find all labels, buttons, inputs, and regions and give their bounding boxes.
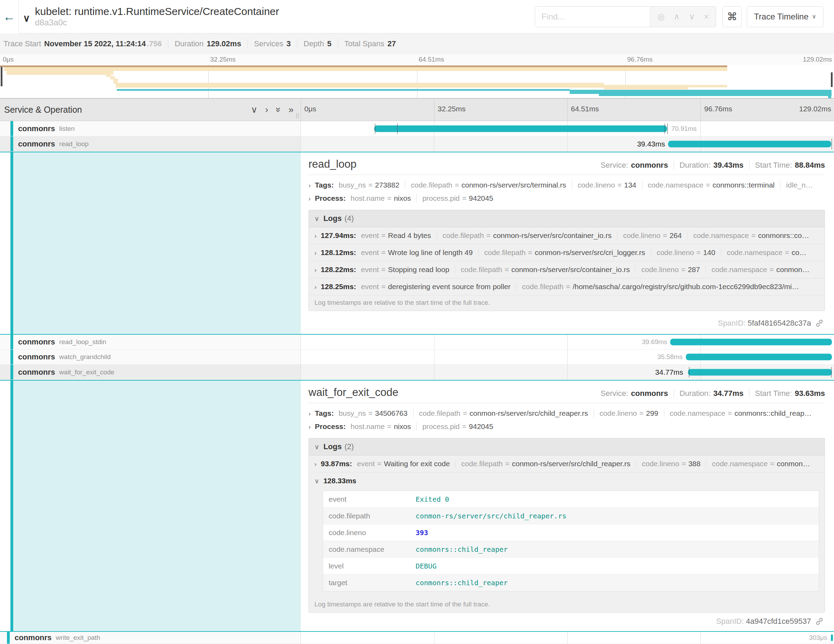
span-row-read-loop-stdin[interactable]: conmonrs read_loop_stdin 39.69ms: [0, 335, 834, 350]
log-entry[interactable]: › 128.22ms: event=Stopping read loop cod…: [309, 261, 824, 278]
span-duration-label: 35.58ms: [657, 353, 686, 361]
detail-start-time: 93.63ms: [795, 389, 825, 398]
minimap-tick: 129.02ms: [803, 56, 832, 63]
expand-icon: ›: [314, 232, 317, 240]
trace-view: ← ∨ kubelet: runtime.v1.RuntimeService/C…: [0, 0, 834, 644]
axis-tick: 129.02ms: [799, 105, 831, 113]
minimap-tick: 32.25ms: [210, 56, 236, 63]
span-row-watch-grandchild[interactable]: conmonrs watch_grandchild 35.58ms: [0, 350, 834, 365]
process-row[interactable]: › Process: host.name=nixos process.pid=9…: [309, 420, 825, 433]
operation-name: wait_for_exit_code: [59, 369, 114, 376]
command-icon: ⌘: [727, 11, 737, 22]
span-bar[interactable]: [668, 141, 831, 147]
expand-all-icon[interactable]: »: [289, 104, 294, 115]
span-detail-wait-for-exit-code: wait_for_exit_code Service:conmonrs Dura…: [0, 380, 834, 632]
trace-total-spans: Total Spans 27: [344, 39, 396, 49]
span-id-row: SpanID: 4a947cfd1ce59537: [309, 613, 825, 629]
trace-title-block: kubelet: runtime.v1.RuntimeService/Creat…: [35, 6, 279, 27]
tags-row[interactable]: › Tags: busy_ns=273882 code.filepath=con…: [309, 178, 825, 192]
logs-header[interactable]: ∨ Logs (4): [309, 210, 824, 227]
span-duration-label: 70.91ms: [668, 125, 697, 133]
span-row-listen[interactable]: conmonrs listen 70.91ms: [0, 121, 834, 136]
minimap[interactable]: [0, 65, 834, 99]
tags-row[interactable]: › Tags: busy_ns=34506763 code.filepath=c…: [309, 407, 825, 420]
span-id-row: SpanID: 5faf48165428c37a: [309, 314, 825, 330]
collapse-one-icon[interactable]: ∨: [251, 104, 257, 115]
span-row-wait-for-exit-code[interactable]: conmonrs wait_for_exit_code 34.77ms: [0, 365, 834, 380]
log-entry[interactable]: › 128.12ms: event=Wrote log line of leng…: [309, 244, 824, 261]
find-next-icon[interactable]: ∨: [689, 12, 695, 21]
logs-section: ∨ Logs (4) › 127.94ms: event=Read 4 byte…: [309, 210, 825, 311]
service-name: conmonrs: [18, 368, 55, 377]
span-detail-backdrop: [0, 380, 301, 631]
column-resizer-handle[interactable]: [296, 113, 298, 119]
operation-name: read_loop_stdin: [59, 338, 106, 346]
trace-id: d8a3a0c: [35, 18, 279, 28]
find-match-icon[interactable]: ◎: [657, 12, 664, 21]
span-bar[interactable]: [831, 634, 833, 641]
view-selector-button[interactable]: Trace Timeline ∨: [747, 6, 824, 27]
log-marker: [375, 123, 375, 134]
operation-name: write_exit_path: [56, 634, 100, 642]
log-marker: [831, 367, 832, 377]
span-bar[interactable]: [670, 339, 832, 345]
log-fields-table: event Exited 0 code.filepath conmon-rs/s…: [323, 490, 819, 591]
expand-icon: ›: [309, 195, 310, 202]
view-selector-label: Trace Timeline: [754, 12, 809, 21]
span-bar[interactable]: [686, 354, 832, 361]
collapse-all-icon[interactable]: »: [273, 107, 284, 112]
log-entry[interactable]: › 93.87ms: event=Waiting for exit code c…: [309, 455, 824, 472]
log-field-row: code.namespace conmonrs::child_reaper: [323, 541, 819, 558]
operation-name: read_loop: [59, 140, 89, 148]
trace-summary-bar: Trace Start November 15 2022, 11:24:14.7…: [0, 33, 834, 54]
link-icon[interactable]: [815, 617, 824, 626]
timeline-header-row: Service & Operation ∨ › » » 0μs 32.25ms …: [0, 99, 834, 121]
log-entry[interactable]: › 127.94ms: event=Read 4 bytes code.file…: [309, 227, 824, 244]
service-name: conmonrs: [15, 633, 52, 642]
find-controls: ◎ ∧ ∨ ×: [650, 6, 716, 27]
span-row-write-exit-path[interactable]: conmonrs write_exit_path 303μs: [0, 632, 834, 644]
chevron-down-icon: ∨: [812, 13, 816, 20]
top-bar: ← ∨ kubelet: runtime.v1.RuntimeService/C…: [0, 0, 834, 33]
expand-one-icon[interactable]: ›: [265, 104, 268, 115]
expand-icon: ›: [314, 460, 317, 468]
log-marker: [832, 139, 832, 149]
logs-header[interactable]: ∨ Logs (2): [309, 439, 824, 455]
find-clear-icon[interactable]: ×: [704, 12, 709, 21]
detail-duration: 39.43ms: [713, 161, 743, 170]
expand-icon: ›: [314, 283, 317, 291]
service-name: conmonrs: [18, 139, 55, 149]
service-operation-header: Service & Operation ∨ › » »: [0, 99, 301, 121]
span-duration-label: 39.43ms: [637, 140, 668, 148]
minimap-right-handle[interactable]: [831, 72, 832, 87]
log-entry-expanded[interactable]: ∨ 128.33ms: [309, 472, 824, 489]
span-detail-read-loop: read_loop Service:conmonrs Duration:39.4…: [0, 152, 834, 335]
trace-start: Trace Start November 15 2022, 11:24:14.7…: [3, 39, 162, 49]
axis-tick: 96.76ms: [704, 105, 732, 113]
back-button[interactable]: ←: [0, 0, 19, 33]
trace-collapse-icon[interactable]: ∨: [23, 13, 30, 24]
trace-title: kubelet: runtime.v1.RuntimeService/Creat…: [35, 6, 279, 18]
trace-duration: Duration 129.02ms: [175, 39, 241, 49]
span-row-read-loop[interactable]: conmonrs read_loop 39.43ms: [0, 136, 834, 152]
span-bar[interactable]: [688, 369, 832, 375]
span-bar[interactable]: [374, 125, 667, 132]
minimap-left-handle[interactable]: [1, 67, 2, 86]
detail-duration: 34.77ms: [713, 389, 743, 398]
operation-name: listen: [59, 125, 74, 133]
span-detail-title: wait_for_exit_code: [309, 386, 399, 399]
minimap-axis: 0μs 32.25ms 64.51ms 96.76ms 129.02ms: [0, 54, 834, 65]
link-icon[interactable]: [815, 319, 824, 327]
process-row[interactable]: › Process: host.name=nixos process.pid=9…: [309, 192, 825, 205]
back-icon: ←: [3, 10, 16, 24]
span-id-value: 5faf48165428c37a: [748, 319, 811, 328]
operation-name: watch_grandchild: [59, 353, 111, 361]
span-duration-label: 39.69ms: [642, 338, 670, 346]
log-entry[interactable]: › 128.25ms: event=deregistering event so…: [309, 278, 824, 295]
trace-depth: Depth 5: [304, 39, 331, 49]
find-prev-icon[interactable]: ∧: [674, 12, 680, 21]
detail-service: conmonrs: [631, 161, 668, 170]
keyboard-shortcuts-button[interactable]: ⌘: [722, 6, 742, 27]
log-marker: [664, 123, 665, 134]
find-input[interactable]: [535, 6, 650, 27]
